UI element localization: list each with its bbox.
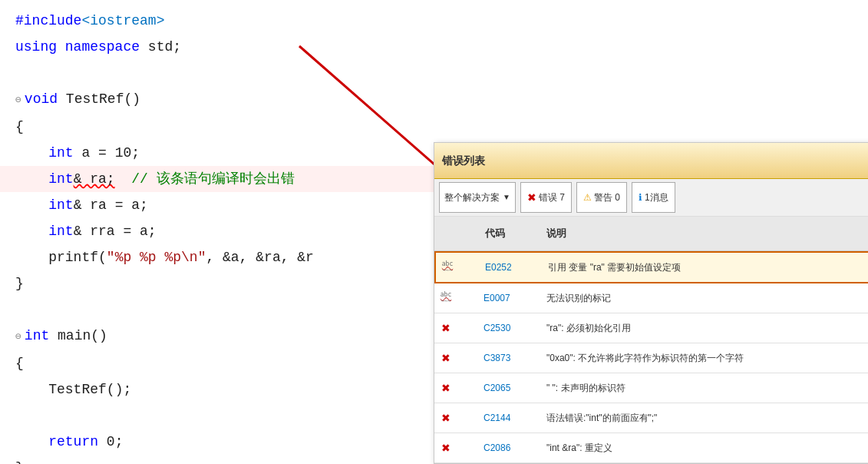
col-code: 代码 — [480, 219, 542, 248]
row-code-c2144: C2144 — [480, 403, 542, 433]
row-type-icon2 — [457, 297, 480, 300]
error-row-c3873[interactable]: ✖ C3873 "0xa0": 不允许将此字符作为标识符的第一个字符 — [434, 343, 868, 373]
row-type-icon — [459, 266, 482, 269]
keyword-int-main: int — [25, 323, 58, 349]
dropdown-label: 整个解决方案 — [444, 184, 500, 210]
code-text: } — [15, 455, 24, 464]
row-code-e0252: E0252 — [482, 253, 543, 282]
code-indent — [15, 140, 48, 166]
keyword-int: int — [48, 192, 73, 218]
row-desc-c2086: "int &ra": 重定义 — [542, 433, 868, 462]
code-text: } — [15, 270, 24, 297]
panel-title-text: 错误列表 — [442, 154, 485, 167]
keyword-void: void — [25, 86, 66, 112]
code-indent — [15, 244, 48, 270]
code-line-3 — [0, 60, 868, 86]
keyword-return: return — [48, 429, 98, 455]
row-type-icon7 — [457, 446, 480, 449]
code-text: { — [15, 114, 24, 140]
warning-icon: ⚠ — [583, 184, 592, 210]
error-row-c2144[interactable]: ✖ C2144 语法错误:"int"的前面应有";" — [434, 403, 868, 433]
code-text: & rra = a; — [74, 218, 157, 244]
table-header: 代码 说明 — [434, 217, 868, 251]
code-text: std; — [148, 34, 181, 60]
row-icon-err1: ✖ — [434, 315, 457, 341]
include-path: <iostream> — [81, 8, 164, 34]
keyword-int: int — [48, 140, 73, 166]
string-literal: "%p %p %p\n" — [107, 244, 206, 270]
error-count-label: 错误 7 — [539, 184, 565, 210]
row-desc-e0252: 引用 变量 "ra" 需要初始值设定项 — [543, 253, 868, 282]
row-desc-c2530: "ra": 必须初始化引用 — [542, 313, 868, 343]
row-icon-err5: ✖ — [434, 435, 457, 461]
row-icon-abc2: abc ~~~ — [434, 292, 457, 304]
keyword-include: #include — [15, 8, 81, 34]
code-text: main() — [58, 323, 107, 349]
row-code-e0007: E0007 — [480, 283, 542, 313]
error-row-e0007[interactable]: abc ~~~ E0007 无法识别的标记 — [434, 283, 868, 313]
row-desc-c2144: 语法错误:"int"的前面应有";" — [542, 403, 868, 433]
row-icon-err2: ✖ — [434, 345, 457, 371]
row-code-c2086: C2086 — [480, 433, 542, 462]
collapse-icon-main[interactable]: ⊖ — [15, 324, 21, 350]
code-text: printf( — [48, 244, 107, 270]
keyword-int: int — [48, 166, 73, 192]
row-icon-err4: ✖ — [434, 405, 457, 431]
info-count-badge[interactable]: ℹ 1消息 — [632, 182, 675, 213]
code-text: , &a, &ra, &r — [206, 244, 313, 270]
collapse-icon[interactable]: ⊖ — [15, 88, 21, 114]
code-text: 0; — [98, 429, 123, 455]
code-indent — [15, 429, 48, 455]
row-code-c2065: C2065 — [480, 373, 542, 403]
warning-count-label: 警告 0 — [594, 184, 620, 210]
scope-dropdown[interactable]: 整个解决方案 ▼ — [439, 182, 516, 213]
row-type-icon4 — [457, 356, 480, 360]
code-line-1: #include<iostream> — [0, 8, 868, 34]
code-text: TestRef(); — [48, 376, 131, 403]
row-type-icon5 — [457, 386, 480, 389]
code-indent — [15, 218, 48, 244]
warning-count-badge[interactable]: ⚠ 警告 0 — [576, 182, 627, 213]
row-type-icon3 — [457, 326, 480, 330]
panel-title: 错误列表 — [434, 143, 868, 179]
comment-text: // 该条语句编译时会出错 — [131, 166, 294, 192]
error-row-c2086[interactable]: ✖ C2086 "int &ra": 重定义 — [434, 433, 868, 463]
keyword-using: using — [15, 34, 65, 60]
col-type — [457, 219, 480, 248]
error-x-icon: ✖ — [527, 184, 536, 210]
chevron-down-icon: ▼ — [503, 184, 510, 210]
error-panel: 错误列表 整个解决方案 ▼ ✖ 错误 7 ⚠ 警告 0 ℹ 1消息 代码 — [434, 142, 868, 464]
row-type-icon6 — [457, 416, 480, 419]
row-icon-err3: ✖ — [434, 375, 457, 401]
error-row-c2065[interactable]: ✖ C2065 " ": 未声明的标识符 — [434, 373, 868, 403]
code-indent — [15, 376, 48, 403]
code-text: & ra = a; — [74, 192, 148, 218]
row-code-c2530: C2530 — [480, 313, 542, 343]
row-icon-abc: abc ~~~ — [436, 261, 459, 273]
col-desc: 说明 — [542, 219, 868, 248]
code-line-5: { — [0, 114, 868, 140]
error-count-badge[interactable]: ✖ 错误 7 — [520, 182, 572, 213]
row-desc-e0007: 无法识别的标记 — [542, 283, 868, 313]
code-text: { — [15, 350, 24, 376]
info-count-label: 1消息 — [645, 184, 668, 210]
row-desc-c2065: " ": 未声明的标识符 — [542, 373, 868, 403]
keyword-int: int — [48, 218, 73, 244]
error-code: & ra; — [74, 166, 115, 192]
code-text: TestRef() — [66, 86, 140, 112]
keyword-namespace: namespace — [65, 34, 148, 60]
error-row-c2530[interactable]: ✖ C2530 "ra": 必须初始化引用 — [434, 313, 868, 343]
info-icon: ℹ — [639, 184, 642, 210]
code-indent — [15, 192, 48, 218]
panel-toolbar: 整个解决方案 ▼ ✖ 错误 7 ⚠ 警告 0 ℹ 1消息 — [434, 179, 868, 217]
col-icon — [434, 219, 457, 248]
code-line-2: using namespace std; — [0, 34, 868, 60]
code-line-4: ⊖void TestRef() — [0, 86, 868, 114]
code-text — [115, 166, 132, 192]
code-text: a = 10; — [74, 140, 140, 166]
error-row-e0252[interactable]: abc ~~~ E0252 引用 变量 "ra" 需要初始值设定项 — [434, 251, 868, 283]
row-desc-c3873: "0xa0": 不允许将此字符作为标识符的第一个字符 — [542, 343, 868, 373]
code-editor: #include<iostream> using namespace std; … — [0, 0, 868, 464]
code-indent — [15, 166, 48, 192]
row-code-c3873: C3873 — [480, 343, 542, 373]
